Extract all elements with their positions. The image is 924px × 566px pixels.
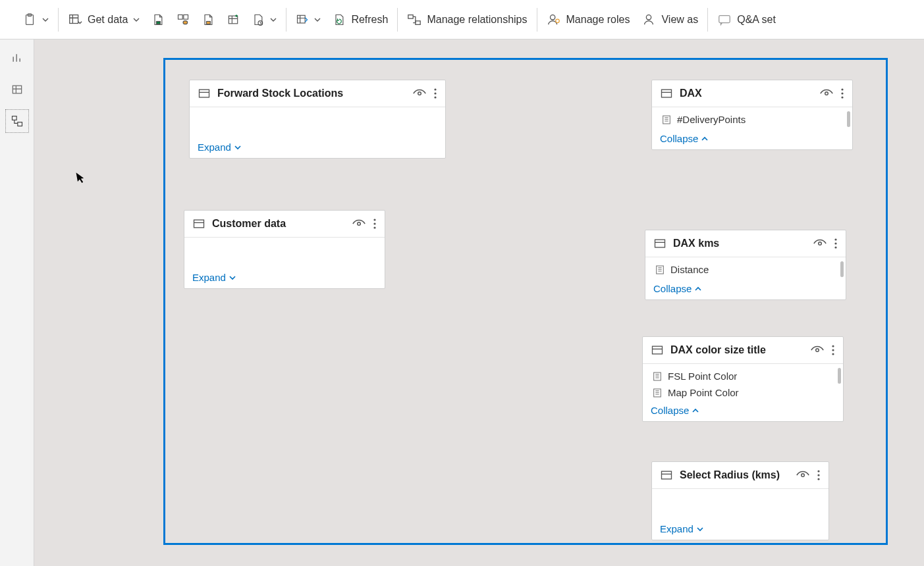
- table-field[interactable]: Map Point Color: [643, 384, 843, 401]
- model-view-button[interactable]: [5, 109, 29, 133]
- table-icon-wrap: [198, 87, 211, 100]
- visibility-icon: [813, 238, 827, 249]
- more-options-button[interactable]: [433, 88, 437, 99]
- table-fields-empty: [184, 238, 385, 268]
- table-card-header[interactable]: Customer data: [184, 211, 385, 238]
- toggle-label: Collapse: [660, 133, 698, 144]
- table-card-header[interactable]: Select Radius (kms): [652, 462, 829, 489]
- svg-rect-12: [416, 20, 420, 24]
- visibility-button[interactable]: [412, 88, 427, 99]
- report-view-icon: [11, 51, 24, 64]
- manage-roles-button[interactable]: Manage roles: [547, 13, 630, 27]
- table-title: DAX: [680, 88, 813, 99]
- expand-collapse-toggle[interactable]: Collapse: [651, 405, 699, 416]
- table-card-header[interactable]: DAX kms: [645, 230, 846, 257]
- data-view-button[interactable]: [5, 78, 29, 101]
- table-field[interactable]: #DeliveryPoints: [652, 111, 852, 128]
- table-card-fsl[interactable]: Forward Stock LocationsExpand: [189, 80, 446, 159]
- measure-icon: [652, 371, 663, 382]
- qna-setup-button[interactable]: Q&A set: [717, 13, 776, 27]
- more-icon: [373, 218, 377, 230]
- table-fields-list: Distance: [645, 257, 846, 279]
- table-field[interactable]: FSL Point Color: [643, 368, 843, 384]
- table-card-daxkms[interactable]: DAX kmsDistanceCollapse: [645, 230, 846, 300]
- field-name: Distance: [670, 264, 709, 275]
- get-data-button[interactable]: Get data: [68, 13, 140, 27]
- more-options-button[interactable]: [840, 88, 844, 99]
- svg-rect-41: [657, 266, 664, 274]
- recent-icon: [252, 13, 265, 26]
- expand-collapse-toggle[interactable]: Collapse: [660, 133, 709, 144]
- more-options-button[interactable]: [373, 218, 377, 230]
- scrollbar-thumb[interactable]: [840, 261, 844, 277]
- field-name: FSL Point Color: [668, 371, 737, 382]
- svg-point-13: [550, 14, 555, 19]
- clipboard-paste-button[interactable]: [22, 13, 49, 27]
- data-hub-button[interactable]: [177, 13, 190, 26]
- visibility-button[interactable]: [819, 88, 834, 99]
- report-view-button[interactable]: [5, 46, 29, 70]
- clipboard-icon: [22, 13, 37, 27]
- more-icon: [834, 238, 838, 249]
- expand-collapse-toggle[interactable]: Expand: [660, 523, 704, 534]
- excel-workbook-button[interactable]: [151, 13, 165, 26]
- more-options-button[interactable]: [834, 238, 838, 249]
- chevron-up-icon: [694, 285, 702, 293]
- svg-point-50: [802, 474, 805, 477]
- svg-rect-18: [12, 116, 16, 120]
- visibility-button[interactable]: [352, 219, 366, 229]
- svg-point-27: [373, 219, 375, 220]
- svg-point-52: [817, 474, 819, 476]
- expand-collapse-toggle[interactable]: Expand: [192, 272, 236, 283]
- model-canvas[interactable]: Forward Stock LocationsExpand Customer d…: [34, 39, 924, 566]
- table-card-dax[interactable]: DAX#DeliveryPointsCollapse: [651, 80, 853, 150]
- table-fields-empty: [190, 107, 445, 138]
- qna-icon: [717, 13, 732, 27]
- more-icon: [433, 88, 437, 99]
- roles-icon: [547, 13, 561, 27]
- sql-server-button[interactable]: [202, 13, 215, 26]
- svg-point-53: [817, 478, 819, 480]
- svg-point-31: [825, 92, 829, 95]
- svg-rect-25: [194, 220, 204, 228]
- manage-relationships-button[interactable]: Manage relationships: [407, 13, 527, 27]
- more-options-button[interactable]: [831, 344, 835, 356]
- visibility-icon: [796, 470, 810, 480]
- svg-rect-42: [653, 346, 663, 354]
- toggle-label: Expand: [192, 272, 226, 283]
- chevron-up-icon: [692, 407, 699, 415]
- scrollbar-thumb[interactable]: [838, 368, 841, 384]
- svg-point-24: [434, 96, 436, 98]
- svg-point-14: [555, 19, 559, 23]
- table-card-header[interactable]: Forward Stock Locations: [190, 80, 445, 107]
- toggle-label: Expand: [198, 142, 231, 153]
- table-card-header[interactable]: DAX: [652, 80, 852, 107]
- get-data-label: Get data: [88, 14, 128, 26]
- model-selection-frame[interactable]: Forward Stock LocationsExpand Customer d…: [163, 58, 888, 545]
- expand-collapse-toggle[interactable]: Expand: [198, 142, 242, 153]
- svg-rect-47: [654, 373, 661, 380]
- svg-point-43: [816, 349, 819, 352]
- scrollbar-thumb[interactable]: [847, 111, 850, 127]
- chevron-down-icon: [696, 525, 704, 533]
- more-options-button[interactable]: [817, 469, 821, 481]
- visibility-button[interactable]: [796, 470, 810, 480]
- excel-icon: [151, 13, 165, 26]
- table-card-radius[interactable]: Select Radius (kms)Expand: [651, 461, 829, 540]
- refresh-button[interactable]: Refresh: [333, 13, 388, 26]
- svg-point-22: [434, 88, 436, 90]
- expand-collapse-toggle[interactable]: Collapse: [653, 283, 702, 294]
- table-field[interactable]: Distance: [645, 261, 846, 278]
- sql-icon: [202, 13, 215, 26]
- table-card-header[interactable]: DAX color size title: [643, 337, 843, 364]
- visibility-button[interactable]: [810, 345, 825, 355]
- transform-data-button[interactable]: [296, 13, 321, 26]
- table-card-cust[interactable]: Customer dataExpand: [184, 210, 385, 289]
- table-card-daxcolor[interactable]: DAX color size titleFSL Point ColorMap P…: [642, 336, 844, 422]
- svg-point-46: [832, 353, 834, 355]
- enter-data-button[interactable]: [227, 13, 240, 26]
- recent-sources-button[interactable]: [252, 13, 277, 26]
- visibility-button[interactable]: [813, 238, 827, 249]
- table-fields-list: #DeliveryPoints: [652, 107, 852, 129]
- view-as-button[interactable]: View as: [641, 13, 698, 27]
